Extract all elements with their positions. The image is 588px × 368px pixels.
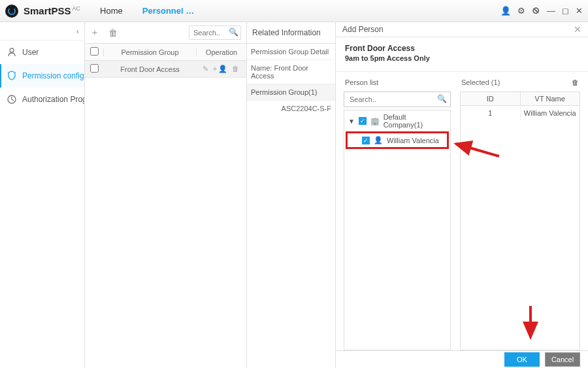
grid-col-operation: Operation — [197, 48, 246, 56]
grid-row-ops[interactable]: ✎ +👤 🗑 — [197, 65, 246, 73]
svg-point-0 — [10, 48, 14, 52]
sidebar-item-user[interactable]: User — [0, 41, 84, 64]
panel-heading: Front Door Access — [345, 44, 579, 53]
app-logo: SmartPSSAC — [5, 5, 80, 18]
selected-row-name: William Valencia — [521, 106, 580, 120]
user-icon[interactable]: 👤 — [500, 6, 511, 16]
clock-icon — [7, 94, 17, 105]
sidebar-label-user: User — [22, 48, 39, 57]
tree-root[interactable]: ▼ ✓ 🏢 Default Company(1) — [344, 110, 450, 131]
add-icon[interactable]: ＋ — [90, 27, 99, 39]
cancel-button[interactable]: Cancel — [545, 352, 580, 367]
selected-table: ID VT Name 1 William Valencia — [460, 92, 580, 350]
sidebar-item-authorization[interactable]: Authorization Prog… — [0, 88, 84, 111]
info-group[interactable]: Permission Group(1) — [247, 84, 335, 101]
caret-down-icon: ▼ — [348, 118, 355, 125]
tree-person-label: William Valencia — [387, 137, 439, 144]
minimize-icon[interactable]: — — [547, 6, 555, 16]
clear-selected-icon[interactable]: 🗑 — [572, 78, 579, 86]
info-detail-label: Permission Group Detail — [247, 44, 335, 60]
lock-icon[interactable]: 🛇 — [532, 6, 540, 16]
tab-personnel[interactable]: Personnel … — [142, 6, 194, 16]
tab-home[interactable]: Home — [100, 6, 123, 16]
maximize-icon[interactable]: ◻ — [562, 6, 569, 16]
sidebar-label-permission: Permission config… — [22, 71, 84, 80]
panel-title: Add Person — [342, 25, 384, 34]
grid-row-name: Front Door Access — [103, 65, 197, 73]
grid-select-all[interactable] — [90, 47, 99, 56]
gear-icon[interactable]: ⚙ — [517, 6, 525, 16]
tree-person-checkbox[interactable]: ✓ — [362, 137, 370, 144]
sidebar-collapse[interactable]: ‹ — [0, 22, 84, 41]
sidebar-label-authorization: Authorization Prog… — [22, 95, 84, 104]
grid-row[interactable]: Front Door Access ✎ +👤 🗑 — [85, 61, 246, 78]
grid-header: Permission Group Operation — [85, 44, 246, 61]
info-device[interactable]: ASC2204C-S-F — [247, 101, 335, 116]
grid-row-checkbox[interactable] — [90, 64, 99, 73]
person-tree: ▼ ✓ 🏢 Default Company(1) ✓ 👤 William Val… — [344, 110, 451, 350]
selected-label: Selected (1) — [461, 78, 500, 86]
person-icon: 👤 — [374, 136, 383, 144]
ok-button[interactable]: OK — [504, 352, 540, 367]
selected-col-name: VT Name — [521, 92, 580, 105]
grid-search-input[interactable] — [189, 25, 241, 40]
app-name: SmartPSSAC — [22, 5, 80, 16]
person-search-input[interactable] — [344, 92, 451, 107]
panel-subheading: 9am to 5pm Access Only — [345, 54, 579, 62]
tree-root-label: Default Company(1) — [384, 113, 446, 129]
selected-row-id: 1 — [461, 106, 521, 120]
info-title: Related Information — [247, 22, 335, 44]
grid-col-group: Permission Group — [103, 48, 197, 56]
person-list-label: Person list — [344, 78, 451, 86]
selected-row[interactable]: 1 William Valencia — [461, 106, 580, 120]
selected-col-id: ID — [461, 92, 521, 105]
shield-icon — [7, 71, 17, 81]
org-icon: 🏢 — [370, 117, 380, 125]
tree-person[interactable]: ✓ 👤 William Valencia — [346, 131, 449, 149]
sidebar-item-permission[interactable]: Permission config… — [0, 64, 84, 88]
close-icon[interactable]: ✕ — [576, 6, 583, 16]
info-name: Name: Front Door Access — [247, 60, 335, 84]
user-icon — [7, 47, 17, 58]
delete-icon[interactable]: 🗑 — [108, 27, 118, 38]
tree-root-checkbox[interactable]: ✓ — [359, 117, 367, 125]
logo-icon — [5, 5, 18, 18]
panel-close-icon[interactable]: ✕ — [574, 24, 581, 35]
